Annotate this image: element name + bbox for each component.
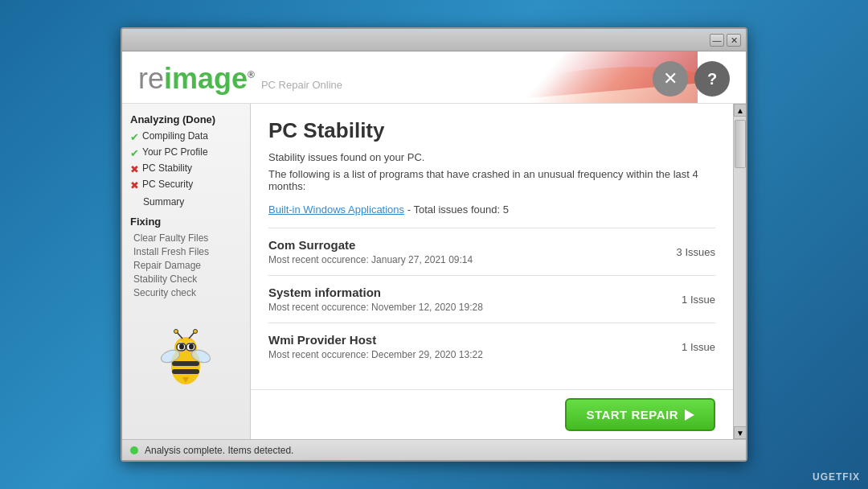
- summary-label: Summary: [143, 196, 184, 208]
- logo-re: re: [138, 62, 164, 95]
- play-icon: [685, 409, 694, 421]
- tools-icon: ✕: [663, 68, 678, 89]
- security-label: PC Security: [142, 179, 193, 190]
- x-icon-stability: ✖: [130, 163, 139, 175]
- header: reimage® PC Repair Online ✕ ?: [122, 51, 746, 104]
- main-content: PC Stability Stability issues found on y…: [251, 104, 733, 389]
- scrollbar-thumb[interactable]: [735, 120, 746, 168]
- issue-name-0: Com Surrogate: [268, 238, 473, 252]
- issue-date-2: Most recent occurence: December 29, 2020…: [268, 349, 483, 360]
- sidebar-item-profile: ✔ Your PC Profile: [130, 146, 242, 159]
- issue-date-1: Most recent occurence: November 12, 2020…: [268, 302, 483, 313]
- issue-name-1: System information: [268, 286, 483, 299]
- sidebar-item-stability: ✖ PC Stability: [130, 162, 242, 175]
- fixing-item-security: Security check: [130, 287, 242, 298]
- scrollbar[interactable]: ▲ ▼: [733, 104, 746, 439]
- svg-rect-3: [172, 369, 199, 374]
- tools-button[interactable]: ✕: [653, 61, 688, 97]
- status-dot: [130, 446, 138, 454]
- start-repair-area: START REPAIR: [251, 389, 733, 439]
- sidebar-item-security: ✖ PC Security: [130, 179, 242, 191]
- issues-link[interactable]: Built-in Windows Applications: [268, 203, 404, 216]
- stability-label: PC Stability: [142, 162, 192, 174]
- close-button[interactable]: ✕: [727, 34, 741, 47]
- issue-date-0: Most recent occurence: January 27, 2021 …: [268, 254, 473, 265]
- fixing-item-install: Install Fresh Files: [130, 246, 242, 257]
- svg-point-8: [189, 344, 194, 350]
- sidebar: Analyzing (Done) ✔ Compiling Data ✔ Your…: [122, 104, 251, 439]
- header-icons: ✕ ?: [653, 61, 730, 97]
- issue-item-1: System information Most recent occurence…: [268, 275, 715, 323]
- issues-header: Built-in Windows Applications - Total is…: [268, 202, 715, 216]
- logo-area: reimage® PC Repair Online: [138, 64, 342, 93]
- fixing-item-clear: Clear Faulty Files: [130, 232, 242, 244]
- content-wrapper: PC Stability Stability issues found on y…: [251, 104, 733, 439]
- logo-reg: ®: [248, 69, 255, 80]
- issue-name-2: Wmi Provider Host: [268, 333, 483, 347]
- stability-desc1: Stability issues found on your PC.: [268, 151, 715, 163]
- help-icon: ?: [707, 70, 717, 88]
- check-icon-compiling: ✔: [130, 131, 139, 143]
- svg-point-13: [174, 330, 178, 334]
- start-repair-button[interactable]: START REPAIR: [565, 398, 715, 431]
- issue-info-0: Com Surrogate Most recent occurence: Jan…: [268, 238, 473, 265]
- page-title: PC Stability: [268, 118, 715, 143]
- issue-count-1: 1 Issue: [682, 294, 715, 306]
- bee-area: [130, 323, 242, 390]
- tagline: PC Repair Online: [261, 79, 342, 91]
- issue-count-2: 1 Issue: [682, 341, 715, 353]
- scrollbar-up[interactable]: ▲: [734, 104, 746, 117]
- sidebar-item-summary: Summary: [130, 195, 242, 208]
- analyzing-title: Analyzing (Done): [130, 113, 242, 125]
- fixing-item-stability: Stability Check: [130, 273, 242, 285]
- check-icon-profile: ✔: [130, 147, 139, 159]
- stability-desc2: The following is a list of programs that…: [268, 168, 715, 192]
- issues-count: - Total issues found: 5: [404, 203, 509, 216]
- main-window: — ✕ reimage® PC Repair Online ✕ ?: [121, 27, 747, 462]
- status-bar: Analysis complete. Items detected.: [122, 439, 746, 460]
- fixing-title: Fixing: [130, 216, 242, 228]
- issue-info-1: System information Most recent occurence…: [268, 286, 483, 313]
- fixing-item-repair: Repair Damage: [130, 260, 242, 271]
- help-button[interactable]: ?: [694, 61, 730, 97]
- bee-icon: [156, 323, 216, 387]
- logo-image: image: [164, 62, 248, 95]
- start-repair-label: START REPAIR: [586, 408, 678, 421]
- scrollbar-down[interactable]: ▼: [734, 426, 746, 439]
- compiling-label: Compiling Data: [142, 130, 208, 142]
- svg-line-12: [177, 332, 182, 339]
- title-bar: — ✕: [122, 29, 746, 51]
- svg-point-15: [194, 330, 198, 334]
- svg-rect-2: [172, 361, 199, 366]
- profile-label: Your PC Profile: [142, 146, 208, 158]
- issue-count-0: 3 Issues: [677, 246, 715, 258]
- status-message: Analysis complete. Items detected.: [145, 445, 293, 456]
- issue-item-0: Com Surrogate Most recent occurence: Jan…: [268, 228, 715, 275]
- x-icon-security: ✖: [130, 179, 139, 191]
- issue-info-2: Wmi Provider Host Most recent occurence:…: [268, 333, 483, 360]
- content-scroll-area: Analyzing (Done) ✔ Compiling Data ✔ Your…: [122, 104, 746, 439]
- issue-item-2: Wmi Provider Host Most recent occurence:…: [268, 323, 715, 370]
- svg-point-7: [179, 344, 184, 350]
- sidebar-item-compiling: ✔ Compiling Data: [130, 130, 242, 143]
- watermark: UGETFIX: [813, 471, 860, 483]
- svg-line-14: [189, 332, 194, 339]
- minimize-button[interactable]: —: [710, 34, 724, 47]
